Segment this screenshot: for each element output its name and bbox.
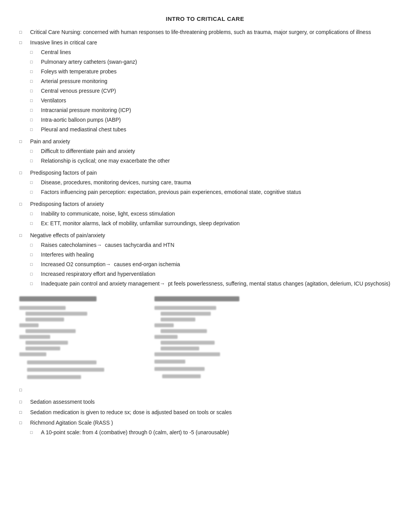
blurred-line	[161, 318, 195, 321]
blurred-line	[161, 312, 211, 316]
blurred-line	[25, 312, 87, 316]
blurred-line	[154, 360, 185, 364]
blurred-line	[154, 352, 220, 356]
bullet-icon: □	[19, 420, 30, 426]
list-item: □Factors influencing pain perception: ex…	[30, 188, 391, 196]
blurred-line	[25, 341, 68, 345]
list-item: □Increased O2 consumption→ causes end-or…	[30, 260, 391, 269]
list-item: □Ex: ETT, monitor alarms, lack of mobili…	[30, 219, 391, 228]
sublist: □ A 10-point scale: from 4 (combative) t…	[30, 428, 391, 437]
list-item: □ Invasive lines in critical care □Centr…	[19, 39, 391, 135]
bullet-icon: □	[19, 39, 30, 46]
sublist: □Difficult to differentiate pain and anx…	[30, 147, 391, 165]
list-item: □Inadequate pain control and anxiety man…	[30, 280, 391, 288]
sublist: □Raises catecholamines→ causes tachycard…	[30, 241, 391, 288]
blurred-line	[27, 360, 97, 364]
blurred-line	[154, 367, 205, 371]
bullet-icon: □	[19, 170, 30, 176]
list-item: □Raises catecholamines→ causes tachycard…	[30, 241, 391, 249]
list-item: □ Sedation medication is given to reduce…	[19, 408, 391, 416]
blurred-header	[19, 296, 97, 301]
list-item: □Interferes with healing	[30, 251, 391, 259]
image-block-right	[154, 296, 266, 379]
blurred-line	[162, 374, 201, 378]
list-item: □ Sedation assessment tools	[19, 398, 391, 406]
bullet-icon: □	[19, 409, 30, 416]
blurred-line	[19, 323, 39, 327]
bullet-icon: □	[19, 387, 30, 393]
main-list: □ Critical Care Nursing: concerned with …	[19, 28, 391, 289]
sublist: □Inability to communicate, noise, light,…	[30, 210, 391, 228]
blurred-line	[25, 347, 60, 350]
blurred-line	[27, 375, 81, 379]
list-item: □ Predisposing factors of anxiety □Inabi…	[19, 200, 391, 229]
bullet-icon: □	[19, 399, 30, 405]
bullet-icon: □	[19, 201, 30, 207]
blurred-line	[161, 347, 199, 350]
blurred-line	[161, 329, 207, 333]
blurred-line	[19, 352, 46, 356]
list-item: □Inability to communicate, noise, light,…	[30, 210, 391, 218]
list-item: □ Predisposing factors of pain □Disease,…	[19, 169, 391, 198]
image-row	[19, 296, 391, 379]
blurred-line-group	[19, 360, 131, 364]
list-item: □ Negative effects of pain/anxiety □Rais…	[19, 231, 391, 289]
post-image-list: □	[19, 386, 391, 394]
list-item: □Intra-aortic balloon pumps (IABP)	[30, 116, 391, 124]
list-item: □Central venous pressure (CVP)	[30, 87, 391, 95]
list-item: □Relationship is cyclical; one may exace…	[30, 157, 391, 165]
bullet-icon: □	[19, 138, 30, 145]
page-title: INTRO TO CRITICAL CARE	[19, 15, 391, 22]
image-block-left	[19, 296, 131, 379]
bullet-icon: □	[19, 29, 30, 36]
list-item: □Central lines	[30, 48, 391, 56]
list-item: □ Critical Care Nursing: concerned with …	[19, 28, 391, 36]
sublist: □Central lines □Pulmonary artery cathete…	[30, 48, 391, 134]
blurred-line	[25, 318, 64, 321]
list-item: □ A 10-point scale: from 4 (combative) t…	[30, 428, 391, 437]
blurred-line	[154, 335, 178, 339]
blurred-line	[27, 368, 104, 372]
list-item: □Difficult to differentiate pain and anx…	[30, 147, 391, 155]
list-item: □Pleural and mediastinal chest tubes	[30, 126, 391, 134]
after-image-list: □ Sedation assessment tools □ Sedation m…	[19, 398, 391, 438]
blurred-line	[19, 306, 66, 310]
blurred-line	[154, 306, 216, 310]
blurred-header	[154, 296, 239, 301]
list-item: □	[19, 386, 391, 394]
list-item: □ Richmond Agitation Scale (RASS ) □ A 1…	[19, 419, 391, 438]
blurred-line	[25, 329, 76, 333]
blurred-line	[154, 323, 174, 327]
list-item: □Pulmonary artery catheters (swan-ganz)	[30, 58, 391, 66]
list-item: □Ventilators	[30, 97, 391, 105]
list-item: □ Pain and anxiety □Difficult to differe…	[19, 138, 391, 167]
sublist: □Disease, procedures, monitoring devices…	[30, 178, 391, 196]
bullet-icon: □	[19, 232, 30, 239]
blurred-line	[19, 335, 50, 339]
list-item: □Increased respiratory effort and hyperv…	[30, 270, 391, 278]
blurred-line	[161, 341, 215, 345]
list-item: □Intracranial pressure monitoring (ICP)	[30, 106, 391, 114]
list-item: □Arterial pressure monitoring	[30, 77, 391, 85]
list-item: □Foleys with temperature probes	[30, 68, 391, 76]
list-item: □Disease, procedures, monitoring devices…	[30, 178, 391, 187]
